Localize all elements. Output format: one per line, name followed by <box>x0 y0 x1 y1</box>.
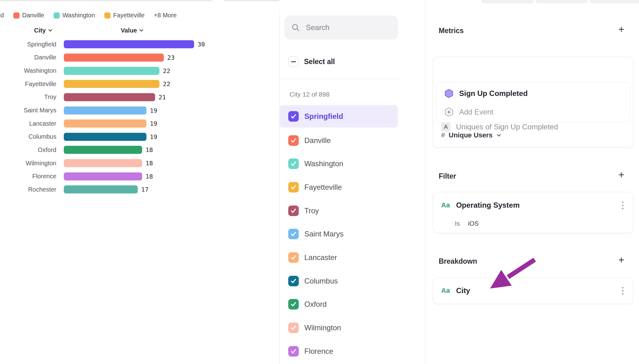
chart-bar-value: 22 <box>163 80 170 88</box>
filter-value[interactable]: iOS <box>468 220 479 227</box>
city-list-item[interactable]: Springfield <box>280 105 398 128</box>
city-list-item[interactable]: Saint Marys <box>280 222 398 246</box>
legend-item[interactable]: Danville <box>13 12 44 19</box>
checked-checkbox-icon[interactable] <box>288 276 299 286</box>
chart-bar[interactable] <box>64 40 194 48</box>
city-list-item[interactable]: Troy <box>280 199 398 223</box>
city-list-item-label: Oxford <box>304 300 327 309</box>
checked-checkbox-icon[interactable] <box>288 111 299 122</box>
chart-row: Danville 23 <box>0 51 279 64</box>
measure-label: Unique Users <box>449 131 493 139</box>
chart-bar[interactable] <box>64 54 164 62</box>
filter-property: Operating System <box>456 201 519 210</box>
chart-row-label: Rochester <box>0 186 56 193</box>
chart-bar[interactable] <box>64 106 146 115</box>
chart-bar[interactable] <box>64 67 159 75</box>
add-event-hexagon-icon <box>444 107 454 117</box>
legend-swatch <box>54 12 60 19</box>
event-name: Sign Up Completed <box>459 89 528 98</box>
chart-bar[interactable] <box>64 172 142 180</box>
legend-label: ld <box>0 12 4 19</box>
column-header-city[interactable]: City <box>34 27 52 34</box>
chart-bar-value: 30 <box>198 41 205 48</box>
city-list-item[interactable]: Florence <box>280 340 398 363</box>
indeterminate-checkbox-icon <box>288 56 299 67</box>
event-row[interactable]: Sign Up Completed <box>444 89 528 98</box>
legend-item[interactable]: +8 More <box>154 12 177 19</box>
city-list-item[interactable]: Wilmington <box>280 316 398 340</box>
top-tab-segment-2[interactable] <box>536 0 588 3</box>
filter-card[interactable]: Aa Operating System Is iOS <box>433 192 633 233</box>
city-list-item[interactable]: Danville <box>280 129 398 152</box>
add-event-row[interactable]: Add Event <box>444 107 493 117</box>
select-all-checkbox[interactable]: Select all <box>288 56 335 67</box>
chart-row-label: Lancaster <box>0 120 56 127</box>
metric-badge-a: A <box>441 122 450 132</box>
add-breakdown-button[interactable]: + <box>617 255 626 265</box>
chart-row: Saint Marys 19 <box>0 104 279 117</box>
checked-checkbox-icon[interactable] <box>288 135 299 146</box>
event-hexagon-icon <box>444 89 454 98</box>
chart-bar[interactable] <box>64 159 142 167</box>
checked-checkbox-icon[interactable] <box>288 158 299 169</box>
chart-row: Florence 18 <box>0 170 279 183</box>
measure-selector[interactable]: # Unique Users <box>441 131 500 139</box>
chart-bar[interactable] <box>64 133 146 141</box>
filter-heading: Filter <box>439 172 456 180</box>
filter-operator[interactable]: Is <box>455 220 460 227</box>
chart-bar-value: 17 <box>141 186 149 193</box>
list-divider <box>280 79 398 79</box>
add-metric-button[interactable]: + <box>617 25 626 34</box>
kebab-menu-icon[interactable] <box>621 286 625 296</box>
add-filter-button[interactable]: + <box>617 170 626 180</box>
chart-bar[interactable] <box>64 93 155 101</box>
chart-bar-value: 19 <box>150 133 157 141</box>
city-list-item[interactable]: Lancaster <box>280 246 398 269</box>
legend-item[interactable]: ld <box>0 12 4 19</box>
chart-row: Oxford 18 <box>0 143 279 157</box>
legend-label: Washington <box>63 12 95 19</box>
city-list-item[interactable]: Columbus <box>280 269 398 293</box>
checked-checkbox-icon[interactable] <box>288 229 299 239</box>
legend-label: Fayetteville <box>113 12 145 19</box>
chart-row-label: Washington <box>0 67 56 74</box>
checked-checkbox-icon[interactable] <box>288 252 299 263</box>
legend-label: Danville <box>22 12 44 19</box>
property-type-icon: Aa <box>441 201 450 209</box>
chart-bar[interactable] <box>64 80 159 88</box>
chart-bar-value: 18 <box>146 173 153 180</box>
checked-checkbox-icon[interactable] <box>288 206 299 216</box>
breakdown-heading: Breakdown <box>439 257 477 266</box>
chart-bar[interactable] <box>64 185 138 193</box>
select-all-label: Select all <box>304 58 335 66</box>
event-block: Sign Up Completed Add Event <box>436 82 630 123</box>
chart-bar[interactable] <box>64 119 146 128</box>
column-header-value[interactable]: Value <box>121 27 143 34</box>
city-checkbox-list: Springfield Danville Washington Fayett <box>280 105 398 363</box>
top-tab-segment-3[interactable] <box>590 0 639 3</box>
city-list-item[interactable]: Washington <box>280 152 398 176</box>
city-list-item-label: Lancaster <box>304 253 337 262</box>
chart-row-label: Fayetteville <box>0 80 56 88</box>
city-list-item-label: Danville <box>304 136 331 145</box>
chart-bar[interactable] <box>64 146 142 154</box>
city-header-label: City <box>34 27 46 34</box>
checked-checkbox-icon[interactable] <box>288 299 299 310</box>
legend-item[interactable]: Washington <box>54 12 95 19</box>
chart-bar-value: 22 <box>163 67 170 75</box>
panel-divider-right <box>425 0 425 364</box>
top-tab-segment-1[interactable] <box>481 0 533 3</box>
legend-item[interactable]: Fayetteville <box>104 12 145 19</box>
breakdown-card[interactable]: Aa City <box>433 278 633 304</box>
chart-bar-value: 19 <box>150 107 157 114</box>
checked-checkbox-icon[interactable] <box>288 323 299 333</box>
chart-row-label: Saint Marys <box>0 107 56 114</box>
checked-checkbox-icon[interactable] <box>288 346 299 357</box>
city-list-item[interactable]: Fayetteville <box>280 176 398 199</box>
metric-card[interactable]: A Uniques of Sign Up Completed Sign Up C… <box>433 57 633 148</box>
city-list-item-label: Florence <box>304 347 333 356</box>
checked-checkbox-icon[interactable] <box>288 182 299 193</box>
city-list-item[interactable]: Oxford <box>280 293 398 316</box>
search-input[interactable]: Search <box>284 15 398 40</box>
kebab-menu-icon[interactable] <box>621 200 625 210</box>
